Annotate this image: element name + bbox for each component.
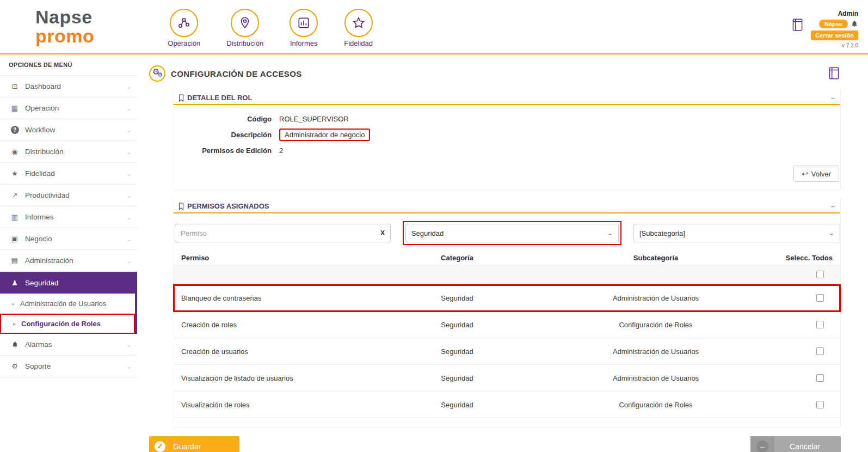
map-pin-icon: ◉ [9,148,21,156]
sidebar-item-label: Distribución [25,148,64,156]
pages-icon[interactable] [827,66,841,81]
sidebar-item-label: Negocio [25,235,52,243]
sidebar-item-alarmas[interactable]: Alarmas ⌄ [0,334,137,356]
sidebar-item-workflow[interactable]: ? Workflow ⌄ [0,119,137,141]
tenant-badge: Napse [819,20,848,28]
row-checkbox[interactable] [816,347,824,355]
field-label: Permisos de Edición [179,146,272,155]
sidebar-item-label: Dashboard [25,82,61,90]
row-permiso: Blanqueo de contraseñas [181,294,375,302]
panel-title-wrap: PERMISOS ASIGNADOS [178,202,269,210]
sidebar-subitem-configuracion-roles[interactable]: ▸ Configuración de Roles [0,314,135,334]
dashboard-icon: ⊡ [9,82,21,90]
select-all-checkbox[interactable] [816,271,824,278]
row-permiso: Creación de usuarios [181,347,375,356]
chevron-down-icon: ⌄ [126,235,132,243]
nav-operacion[interactable]: Operación [168,9,200,47]
clear-filter-icon[interactable]: X [380,229,385,237]
row-subcategoria: Configuración de Roles [539,401,773,409]
row-categoria: Seguridad [375,374,539,382]
logout-button[interactable]: Cerrar sesión [811,30,858,40]
table-header: Permiso Categoría Subcategoría Selecc. T… [174,251,840,264]
nav-distribucion[interactable]: Distribución [226,9,263,47]
bar-chart-icon: ▥ [9,213,21,221]
row-permiso: Visualización de listado de usuarios [181,374,375,382]
sidebar-item-productividad[interactable]: ↗ Productividad ⌄ [0,185,137,206]
bell-icon [9,341,21,348]
cancel-label: Cancelar [790,442,820,451]
chevron-down-icon: ⌄ [126,257,132,265]
sidebar-item-label: Informes [25,213,54,221]
field-value-highlighted[interactable]: Administrador de negocio [279,129,370,141]
user-stack: Admin Napse Cerrar sesión v 7.3.0 [811,5,858,48]
grid-icon: ▦ [9,104,21,112]
categoria-select[interactable]: Seguridad ⌄ [405,224,619,242]
row-categoria: Seguridad [375,347,539,356]
sidebar-item-negocio[interactable]: ▣ Negocio ⌄ [0,228,137,250]
bar-chart-icon [290,9,318,37]
sidebar-item-operacion[interactable]: ▦ Operación ⌄ [0,97,137,119]
row-checkbox[interactable] [816,374,824,382]
line-chart-icon: ↗ [9,191,21,199]
star-icon [344,9,373,37]
chevron-down-icon: ⌄ [126,363,132,370]
row-checkbox[interactable] [816,401,824,408]
row-subcategoria: Administración de Usuarios [539,347,773,356]
chevron-down-icon: ⌄ [126,83,132,90]
field-value: ROLE_SUPERVISOR [279,115,349,123]
panel-header: DETALLE DEL ROL – [174,89,840,105]
sidebar-subitem-administracion-usuarios[interactable]: ▸ Administración de Usuarios [0,294,135,314]
user-name: Admin [838,10,858,17]
sidebar-item-soporte[interactable]: ⚙ Soporte ⌄ [0,356,137,377]
napse-promo-logo: Napse promo [35,8,94,45]
gear-icon: ⚙ [9,362,21,370]
sidebar-item-label: Soporte [25,362,51,370]
top-nav: Operación Distribución I [168,9,373,47]
collapse-icon[interactable]: – [831,94,835,102]
main-content: ⚙ ⚙ CONFIGURACIÓN DE ACCESOS [137,54,868,452]
nav-label: Operación [168,39,200,47]
chevron-down-icon: ⌄ [126,126,132,134]
row-permiso: Visualización de roles [181,401,375,409]
permiso-filter-wrap: X [175,224,391,242]
volver-button[interactable]: ↩ Volver [793,166,839,182]
bell-icon[interactable] [851,20,858,28]
page-title: CONFIGURACIÓN DE ACCESOS [171,69,302,78]
table-row-creacion-usuarios: Creación de usuarios Seguridad Administr… [174,338,840,365]
nav-informes[interactable]: Informes [290,9,318,47]
version-label: v 7.3.0 [842,42,858,48]
permisos-asignados-panel: PERMISOS ASIGNADOS – X Seguridad ⌄ [173,198,841,427]
sidebar-item-dashboard[interactable]: ⊡ Dashboard ⌄ [0,76,137,97]
sidebar-item-fidelidad[interactable]: ★ Fidelidad ⌄ [0,163,137,185]
chevron-down-icon: ⌄ [126,341,132,349]
chevron-down-icon: ⌄ [126,105,132,112]
nav-label: Informes [290,39,318,47]
sidebar-item-label: Productividad [25,191,70,199]
row-subcategoria: Administración de Usuarios [539,294,773,302]
chevron-down-icon: ⌄ [126,170,132,178]
collapse-icon[interactable]: – [831,202,835,210]
gears-icon: ⚙ ⚙ [149,65,165,82]
row-permiso: Creación de roles [181,321,375,329]
sidebar-item-distribucion[interactable]: ◉ Distribución ⌄ [0,141,137,163]
filters-row: X Seguridad ⌄ [Subcategoria] ⌄ [174,213,840,251]
col-header-select-all: Selecc. Todos [773,254,833,262]
user-area: Admin Napse Cerrar sesión v 7.3.0 [790,5,858,48]
subcategoria-select[interactable]: [Subcategoria] ⌄ [633,224,840,242]
sidebar-item-seguridad[interactable]: ♟ Seguridad [0,272,137,294]
save-button[interactable]: ✓ Guardar [149,436,239,452]
row-checkbox[interactable] [816,294,824,302]
book-icon: ▣ [9,235,21,243]
sidebar-item-informes[interactable]: ▥ Informes ⌄ [0,206,137,228]
permiso-filter-input[interactable] [181,229,380,237]
cancel-button[interactable]: ← Cancelar [750,436,841,452]
map-pin-icon [231,9,259,37]
sidebar-item-label: Operación [25,104,59,112]
sidebar-item-administracion[interactable]: ▤ Administración ⌄ [0,250,137,272]
sidebar-item-label: Alarmas [25,340,52,349]
row-categoria: Seguridad [375,294,539,302]
row-checkbox[interactable] [816,321,824,328]
nav-fidelidad[interactable]: Fidelidad [344,9,373,47]
field-value: 2 [279,146,283,155]
pages-icon[interactable] [790,17,804,33]
